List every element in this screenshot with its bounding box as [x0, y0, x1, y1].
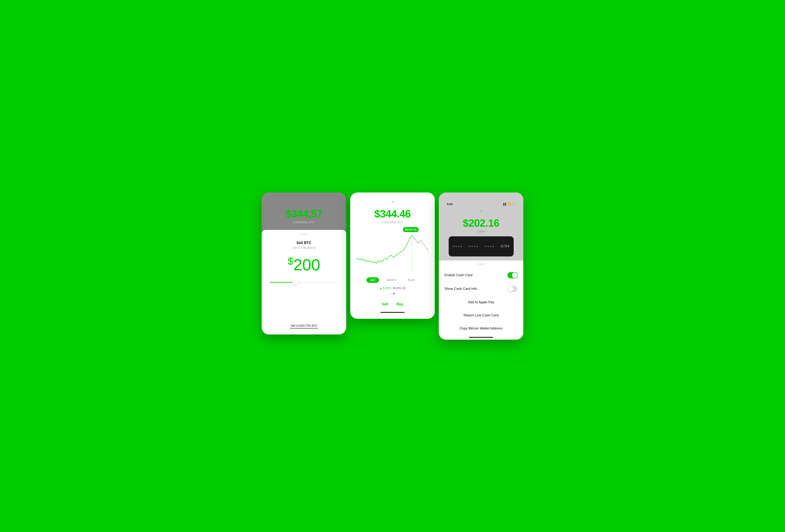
battery-icon: 🔋 [512, 203, 515, 206]
card-dots-group1 [453, 246, 462, 247]
screen2-chart: ⌃ $344.46 0.05026901 BTC $6,637.92 DAY M… [350, 192, 435, 319]
card-dots-group3 [485, 246, 494, 247]
btc-price: $344.57 [286, 208, 322, 220]
toggle-knob-2 [508, 286, 513, 292]
chevron-up-icon-3[interactable]: ⌃ [479, 210, 483, 215]
amount-slider[interactable] [268, 282, 340, 283]
period-year-btn[interactable]: YEAR [404, 277, 419, 283]
enable-cash-card-label: Enable Cash Card [445, 273, 473, 277]
card-dot [453, 246, 454, 247]
dollar-sign: $ [288, 256, 293, 267]
signal-icon: ▌▌ [503, 203, 507, 206]
report-lost-label: Report Lost Cash Card [463, 313, 499, 317]
buy-button[interactable]: Buy [392, 298, 407, 310]
card-dot [492, 246, 494, 247]
chart-btc-amount: 0.05026901 BTC [382, 221, 403, 224]
home-indicator-3 [469, 337, 493, 338]
status-icons: ▌▌ 📶 🔋 [503, 203, 515, 206]
copy-bitcoin-label: Copy Bitcoin Wallet Address [460, 326, 503, 330]
home-indicator [380, 312, 405, 313]
period-day-btn[interactable]: DAY [366, 277, 379, 283]
chart-price-stat: $6,852.38 [393, 286, 406, 290]
btc-amount: 0.05026901 BTC [293, 221, 314, 224]
enable-cash-card-row[interactable]: Enable Cash Card [439, 268, 523, 282]
chart-stats: ▲ 5.01% $6,852.38 [375, 285, 410, 291]
chart-tooltip: $6,637.92 [403, 227, 419, 232]
show-cash-card-info-label: Show Cash Card Info [445, 287, 477, 291]
screen3-cash-card: 9:43 ▌▌ 📶 🔋 ⌃ $202.16 CASH [439, 192, 523, 340]
toggle-knob [512, 272, 517, 278]
card-dot [471, 246, 473, 247]
card-last4: 6794 [501, 244, 509, 248]
sheet-handle [477, 264, 485, 265]
card-dot [474, 246, 476, 247]
slider-fill [270, 282, 294, 283]
sell-btc-rate: 1 BTC = $6,854.50 [292, 246, 316, 249]
screen1-sell-btc: ⌃ $344.57 0.05026901 BTC Sell BTC 1 BTC … [262, 192, 346, 335]
card-dot [476, 246, 478, 247]
drag-handle [300, 234, 308, 235]
screen2-top: ⌃ $344.46 0.05026901 BTC $6,637.92 DAY M… [350, 192, 435, 319]
copy-bitcoin-row[interactable]: Copy Bitcoin Wallet Address [439, 322, 523, 335]
arrow-up-icon: ▲ [379, 286, 382, 290]
slider-track [270, 282, 338, 283]
screen1-sheet: Sell BTC 1 BTC = $6,854.50 $200 Sell 0.0… [262, 230, 346, 335]
card-dot [485, 246, 486, 247]
card-dots-group2 [469, 246, 478, 247]
screen1-top: ⌃ $344.57 0.05026901 BTC [262, 192, 346, 230]
dot-1 [390, 293, 392, 294]
chart-area: $6,637.92 [354, 227, 431, 272]
card-dot [469, 246, 470, 247]
show-cash-card-info-toggle[interactable] [507, 286, 518, 292]
chart-actions: Sell Buy [378, 298, 407, 310]
sell-btc-title: Sell BTC [297, 241, 311, 245]
cash-label: CASH [477, 230, 485, 233]
card-dot [490, 246, 491, 247]
cash-amount: $202.16 [463, 217, 499, 229]
add-apple-pay-label: Add to Apple Pay [468, 300, 494, 304]
dot-2 [393, 293, 395, 294]
card-dot [487, 246, 489, 247]
slider-thumb[interactable] [292, 280, 298, 285]
chart-pct: ▲ 5.01% [379, 286, 391, 290]
enable-cash-card-toggle[interactable] [507, 272, 518, 278]
status-time: 9:43 [447, 203, 453, 206]
report-lost-card-row[interactable]: Report Lost Cash Card [439, 309, 523, 322]
sell-amount: $200 [288, 256, 320, 274]
add-apple-pay-row[interactable]: Add to Apple Pay [439, 296, 523, 309]
sell-button[interactable]: Sell [378, 298, 392, 310]
show-cash-card-info-row[interactable]: Show Cash Card Info [439, 282, 523, 296]
screen3-top: 9:43 ▌▌ 📶 🔋 ⌃ $202.16 CASH [439, 192, 523, 261]
cash-card: 6794 [449, 236, 514, 257]
period-selector: DAY MONTH YEAR [362, 275, 423, 285]
price-chart [356, 227, 429, 271]
screens-container: ⌃ $344.57 0.05026901 BTC Sell BTC 1 BTC … [262, 192, 523, 340]
wifi-icon: 📶 [508, 203, 511, 206]
page-dots [389, 291, 396, 296]
chevron-up-icon[interactable]: ⌃ [302, 201, 306, 206]
card-dot [458, 246, 459, 247]
card-dot [455, 246, 457, 247]
status-bar: 9:43 ▌▌ 📶 🔋 [443, 203, 519, 206]
period-month-btn[interactable]: MONTH [383, 277, 400, 283]
sell-btc-underline [290, 328, 318, 328]
chart-price: $344.46 [374, 208, 411, 220]
chevron-up-icon-2[interactable]: ⌃ [391, 201, 394, 206]
sell-btc-label: Sell 0.02917791 BTC [290, 324, 317, 327]
card-dot [460, 246, 462, 247]
cash-card-sheet: Enable Cash Card Show Cash Card Info Add… [439, 261, 523, 338]
